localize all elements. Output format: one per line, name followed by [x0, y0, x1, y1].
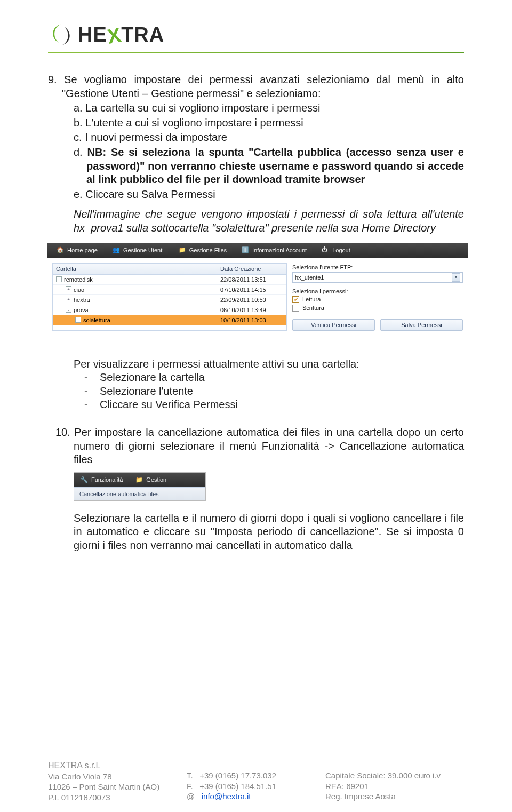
- checkbox-write[interactable]: ✔: [292, 305, 299, 312]
- nav-info-label: Informazioni Account: [252, 247, 307, 253]
- col-date: Data Creazione: [217, 264, 286, 274]
- logo-pre: HE: [78, 23, 107, 46]
- sub-d-lbl: d.: [74, 146, 83, 158]
- nav-logout-label: Logout: [332, 247, 350, 253]
- divider-gray: [48, 57, 464, 57]
- col-folder: Cartella: [53, 264, 217, 274]
- sub-e: e. Cliccare su Salva Permessi: [86, 188, 464, 202]
- dash-2: - Selezionare l'utente: [99, 385, 464, 399]
- dash-1-txt: Selezionare la cartella: [100, 371, 205, 383]
- nav-files[interactable]: 📁Gestione Files: [171, 243, 234, 258]
- sub-d-txt: NB: Se si seleziona la spunta "Cartella …: [86, 146, 464, 185]
- nav-bar: 🏠Home page 👥Gestione Utenti 📁Gestione Fi…: [47, 243, 468, 258]
- user-combo-value: hx_utente1: [295, 274, 324, 281]
- sub-c: c. I nuovi permessi da impostare: [86, 131, 464, 145]
- footer-reg: Reg. Imprese Aosta: [325, 791, 464, 802]
- nav2-funz[interactable]: 🔧Funzionalità: [74, 473, 129, 487]
- expand-icon[interactable]: +: [75, 317, 81, 323]
- item-10-num: 10.: [55, 426, 70, 438]
- footer-t-lbl: T.: [187, 771, 193, 780]
- verify-button[interactable]: Verifica Permessi: [292, 319, 375, 331]
- footer-f-lbl: F.: [187, 782, 193, 791]
- note-italic: Nell'immagine che segue vengono impostat…: [74, 208, 464, 235]
- closing-para: Selezionare la cartella e il numero di g…: [74, 512, 464, 553]
- menu-item-autodelete[interactable]: Cancellazione automatica files: [74, 487, 205, 500]
- item-9-num: 9.: [48, 74, 57, 85]
- folder-name: ciao: [74, 286, 84, 293]
- logout-icon: ⏻: [322, 246, 329, 254]
- nav-home[interactable]: 🏠Home page: [49, 243, 105, 258]
- footer-at-lbl: @: [187, 792, 195, 801]
- item-10-txt: Per impostare la cancellazione automatic…: [74, 426, 464, 465]
- table-row[interactable]: -remotedisk22/08/2011 13:51: [53, 275, 286, 285]
- save-button[interactable]: Salva Permessi: [380, 319, 463, 331]
- expand-icon[interactable]: +: [66, 297, 71, 302]
- folder-icon: 📁: [179, 246, 186, 254]
- lbl-user: Seleziona l'utente FTP:: [292, 264, 463, 270]
- logo: HE X TRA: [48, 21, 464, 48]
- swirl-icon: [48, 21, 75, 48]
- user-combo[interactable]: hx_utente1 ▼: [292, 272, 463, 283]
- nav2-gest-label: Gestion: [146, 476, 166, 483]
- folder-date: 07/10/2011 14:15: [217, 285, 286, 294]
- folder-date: 22/09/2011 10:50: [217, 295, 286, 305]
- logo-text: HE X TRA: [78, 23, 164, 46]
- chevron-down-icon: ▼: [452, 273, 460, 282]
- sub-b: b. L'utente a cui si vogliono impostare …: [86, 116, 464, 130]
- sub-a-lbl: a.: [74, 102, 83, 114]
- table-row[interactable]: +hextra22/09/2011 10:50: [53, 295, 286, 305]
- footer-addr1: Via Carlo Viola 78: [48, 771, 187, 782]
- nav-home-label: Home page: [67, 247, 98, 253]
- screenshot-menu: 🔧Funzionalità 📁Gestion Cancellazione aut…: [74, 472, 206, 501]
- footer-email[interactable]: info@hextra.it: [202, 792, 251, 801]
- nav-users-label: Gestione Utenti: [123, 247, 164, 253]
- users-icon: 👥: [113, 246, 120, 254]
- folder-date: 22/08/2011 13:51: [217, 275, 286, 284]
- sub-d: d. NB: Se si seleziona la spunta "Cartel…: [86, 146, 464, 187]
- item-9-intro: Se vogliamo impostare dei permessi avanz…: [62, 74, 464, 99]
- perm-write-row[interactable]: ✔ Scrittura: [292, 305, 463, 312]
- nav-logout[interactable]: ⏻Logout: [314, 243, 358, 258]
- footer-cap: Capitale Sociale: 39.000 euro i.v: [325, 770, 464, 781]
- nav2-funz-label: Funzionalità: [91, 476, 123, 483]
- folder-date: 10/10/2011 13:03: [217, 315, 286, 325]
- sub-a-txt: La cartella su cui si vogliono impostare…: [85, 102, 320, 114]
- table-row[interactable]: -prova06/10/2011 13:49: [53, 305, 286, 315]
- collapse-icon[interactable]: -: [66, 307, 71, 313]
- nav-files-label: Gestione Files: [189, 247, 227, 253]
- folder-name: solalettura: [83, 317, 110, 323]
- dash-1: - Selezionare la cartella: [99, 371, 464, 385]
- perm-read-row[interactable]: ✔ Lettura: [292, 296, 463, 303]
- footer-rea: REA: 69201: [325, 781, 464, 792]
- sub-b-lbl: b.: [74, 117, 83, 129]
- nav2-gest[interactable]: 📁Gestion: [129, 473, 173, 487]
- mid-para: Per visualizzare i permessi attualmente …: [74, 357, 464, 371]
- collapse-icon[interactable]: -: [56, 276, 62, 282]
- dash-2-txt: Selezionare l'utente: [100, 385, 193, 397]
- checkbox-read[interactable]: ✔: [292, 296, 299, 303]
- footer-t-val: +39 (0165) 17.73.032: [199, 771, 276, 780]
- folder-name: prova: [74, 307, 89, 313]
- sub-e-lbl: e.: [74, 188, 83, 200]
- dash-3-txt: Cliccare su Verifica Permessi: [100, 399, 238, 410]
- table-row[interactable]: +ciao07/10/2011 14:15: [53, 285, 286, 295]
- perm-read-label: Lettura: [302, 296, 321, 302]
- sub-a: a. La cartella su cui si vogliono impost…: [86, 101, 464, 115]
- folder-name: remotedisk: [64, 276, 93, 283]
- dash-3: - Cliccare su Verifica Permessi: [99, 398, 464, 412]
- expand-icon[interactable]: +: [66, 286, 71, 292]
- sub-c-lbl: c.: [74, 131, 82, 143]
- footer-company: HEXTRA s.r.l.: [48, 760, 187, 771]
- table-row[interactable]: +solalettura10/10/2011 13:03: [53, 315, 286, 325]
- nav-users[interactable]: 👥Gestione Utenti: [105, 243, 171, 258]
- folder-name: hextra: [74, 297, 90, 303]
- sub-c-txt: I nuovi permessi da impostare: [85, 131, 227, 143]
- item-9: 9. Se vogliamo impostare dei permessi av…: [62, 73, 464, 100]
- footer-addr3: P.I. 01121870073: [48, 792, 187, 803]
- sub-b-txt: L'utente a cui si vogliono impostare i p…: [85, 117, 303, 129]
- lbl-perm: Seleziona i permessi:: [292, 288, 463, 294]
- folder-tree: Cartella Data Creazione -remotedisk22/08…: [52, 263, 287, 331]
- logo-x: X: [106, 23, 123, 49]
- nav-info[interactable]: ℹ️Informazioni Account: [234, 243, 314, 258]
- footer-addr2: 11026 – Pont Saint Martin (AO): [48, 782, 187, 792]
